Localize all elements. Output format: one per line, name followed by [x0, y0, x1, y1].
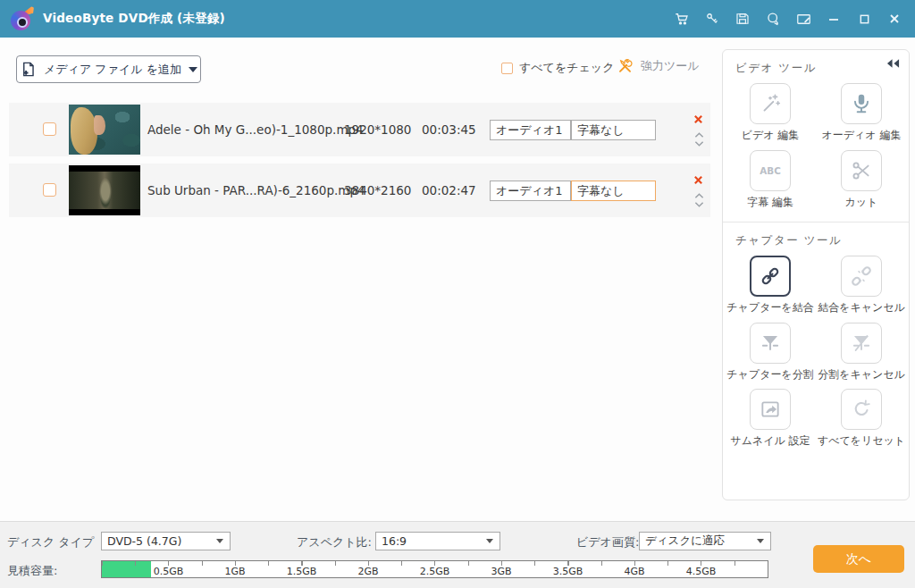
- capacity-tick-label: 2GB: [357, 566, 378, 577]
- broken-link-icon: [850, 265, 873, 288]
- audio-track-select[interactable]: オーディオ1: [490, 120, 571, 140]
- video-thumbnail: [69, 165, 140, 215]
- power-tools-button[interactable]: 強力ツール: [617, 57, 700, 74]
- feedback-icon[interactable]: [790, 6, 817, 31]
- app-logo-icon: [11, 7, 34, 30]
- tool-cancel-merge[interactable]: 結合をキャンセル: [817, 256, 906, 315]
- tool-reset-all[interactable]: すべてをリセット: [817, 389, 906, 449]
- file-name: Sub Urban - PAR...RA)-6_2160p.mp4: [147, 183, 344, 197]
- next-button[interactable]: 次へ: [813, 545, 904, 573]
- file-name: Adele - Oh My G...eo)-1_1080p.mp4: [147, 122, 344, 137]
- video-quality-label: ビデオ画質:: [576, 534, 639, 550]
- tools-icon: [617, 57, 634, 74]
- row-checkbox[interactable]: [43, 122, 56, 136]
- capacity-tick-label: 1GB: [224, 566, 245, 577]
- store-cart-icon[interactable]: [668, 6, 695, 31]
- delete-row-icon[interactable]: [693, 111, 706, 123]
- tool-cancel-split[interactable]: 分割をキャンセル: [817, 323, 906, 382]
- capacity-label: 見積容量:: [7, 563, 57, 579]
- thumbnail-arrow-icon: [759, 398, 782, 421]
- tool-merge-chapters[interactable]: チャプターを結合: [726, 256, 815, 315]
- tool-video-edit[interactable]: ビデオ 編集: [726, 83, 815, 143]
- link-icon: [759, 265, 782, 288]
- check-all-control[interactable]: すべてをチェック: [501, 60, 614, 76]
- chevron-down-icon: [486, 539, 493, 543]
- capacity-bar: 0.5GB 1GB 1.5GB 2GB 2.5GB 3GB 3.5GB 4GB …: [101, 560, 768, 578]
- row-checkbox[interactable]: [43, 183, 56, 197]
- video-quality-select[interactable]: ディスクに適応: [639, 532, 771, 550]
- chapter-tools-header: チャプター ツール: [723, 223, 909, 252]
- aspect-ratio-label: アスペクト比:: [297, 534, 372, 550]
- check-all-checkbox[interactable]: [501, 63, 513, 74]
- media-file-row[interactable]: Sub Urban - PAR...RA)-6_2160p.mp4 3840*2…: [9, 164, 710, 217]
- microphone-icon: [850, 92, 873, 115]
- video-thumbnail: [69, 105, 140, 155]
- save-icon[interactable]: [729, 6, 756, 31]
- audio-track-select[interactable]: オーディオ1: [490, 181, 571, 201]
- tool-subtitle-edit[interactable]: ABC 字幕 編集: [726, 150, 815, 210]
- tool-split-chapters[interactable]: チャプターを分割: [726, 323, 815, 382]
- add-media-button[interactable]: メディア ファイル を追加: [16, 55, 201, 83]
- capacity-tick-label: 0.5GB: [154, 566, 184, 577]
- tool-audio-edit[interactable]: オーディオ 編集: [817, 83, 906, 143]
- toolbar: メディア ファイル を追加 すべてをチェック 強力ツール: [0, 38, 722, 89]
- support-icon[interactable]: [760, 6, 786, 31]
- file-duration: 00:02:47: [422, 183, 471, 197]
- chevron-down-icon: [216, 539, 223, 543]
- magic-wand-icon: [759, 92, 782, 115]
- video-tools-header: ビデオ ツール: [723, 50, 909, 80]
- bottom-settings-panel: ディスク タイプ DVD-5 (4.7G) アスペクト比: 16:9 ビデオ画質…: [0, 521, 915, 588]
- titlebar: VideoByte DVD作成 (未登録): [0, 0, 915, 38]
- capacity-tick-label: 2.5GB: [420, 566, 450, 577]
- add-media-label: メディア ファイル を追加: [44, 62, 181, 78]
- delete-row-icon[interactable]: [693, 172, 706, 184]
- abc-icon: ABC: [756, 159, 785, 182]
- file-resolution: 3840*2160: [344, 183, 408, 197]
- subtitle-track-select[interactable]: 字幕なし: [571, 181, 656, 201]
- maximize-button[interactable]: [851, 6, 877, 31]
- split-cancel-icon: [850, 332, 873, 355]
- media-file-row[interactable]: Adele - Oh My G...eo)-1_1080p.mp4 1920*1…: [9, 103, 710, 156]
- svg-text:ABC: ABC: [760, 165, 780, 176]
- move-down-icon[interactable]: [694, 195, 704, 212]
- file-resolution: 1920*1080: [344, 122, 408, 137]
- minimize-button[interactable]: [820, 6, 847, 31]
- capacity-tick-label: 1.5GB: [287, 566, 317, 577]
- aspect-ratio-select[interactable]: 16:9: [375, 532, 500, 550]
- register-key-icon[interactable]: [699, 6, 726, 31]
- check-all-label: すべてをチェック: [519, 60, 614, 76]
- move-down-icon[interactable]: [694, 134, 704, 151]
- disc-type-label: ディスク タイプ: [7, 534, 94, 550]
- chevron-down-icon: [189, 67, 197, 72]
- capacity-tick-label: 4GB: [624, 566, 644, 577]
- scissors-icon: [850, 159, 873, 182]
- disc-type-select[interactable]: DVD-5 (4.7G): [101, 532, 231, 550]
- capacity-tick-label: 3.5GB: [553, 566, 583, 577]
- subtitle-track-select[interactable]: 字幕なし: [571, 120, 656, 140]
- collapse-sidebar-icon[interactable]: [886, 58, 900, 71]
- capacity-tick-label: 3GB: [491, 566, 511, 577]
- tools-sidebar: ビデオ ツール ビデオ 編集 オーディオ 編集 ABC 字幕 編集 カット チャ…: [722, 49, 910, 500]
- reset-icon: [850, 398, 873, 421]
- file-duration: 00:03:45: [422, 122, 471, 137]
- split-icon: [759, 332, 782, 355]
- window-title: VideoByte DVD作成 (未登録): [43, 11, 225, 27]
- chevron-down-icon: [757, 539, 764, 543]
- tool-cut[interactable]: カット: [817, 150, 906, 210]
- close-button[interactable]: [881, 6, 908, 31]
- tool-thumbnail-settings[interactable]: サムネイル 設定: [726, 389, 815, 449]
- capacity-tick-label: 4.5GB: [686, 566, 717, 577]
- add-file-icon: [20, 61, 37, 78]
- power-tools-label: 強力ツール: [641, 58, 700, 74]
